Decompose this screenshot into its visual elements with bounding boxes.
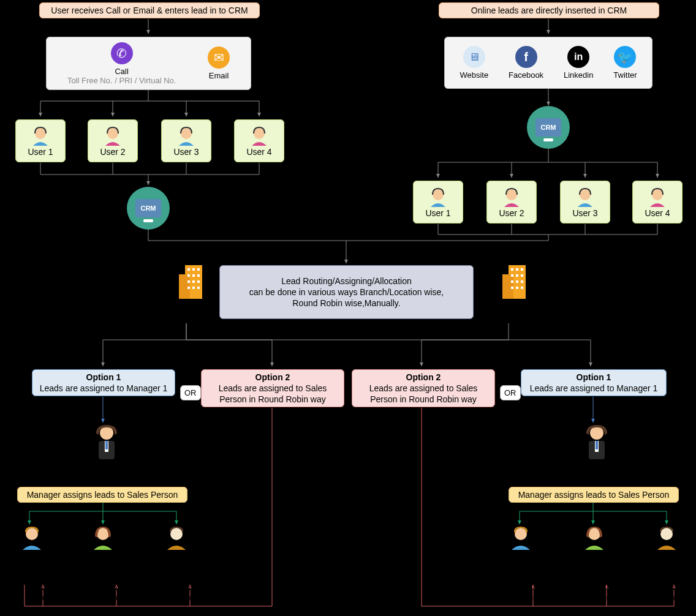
option2-b: Option 2 Leads are assigned to Sales Per… — [352, 369, 495, 407]
manager-icon — [91, 424, 122, 460]
phone-icon: ✆ — [111, 42, 133, 64]
user3-label: User 3 — [173, 147, 199, 157]
option2-text1-a: Leads are assigned to Sales — [219, 383, 327, 394]
option1-text-b: Leads are assigned to Manager 1 — [530, 383, 658, 394]
manager-b: Manager 1 — [578, 424, 616, 470]
header-right: Online leads are directly inserted in CR… — [439, 2, 659, 18]
agent-icon — [29, 125, 51, 147]
user2-label: User 2 — [100, 147, 125, 157]
sp2-label-a: Sales Person 2 — [76, 551, 130, 560]
svg-rect-73 — [187, 268, 190, 271]
svg-rect-77 — [192, 274, 195, 277]
svg-point-64 — [107, 128, 118, 139]
svg-rect-92 — [521, 274, 523, 277]
person-icon — [508, 525, 534, 551]
crm-right: CRM — [527, 106, 570, 149]
online-sources-box: 🖥 Website f Facebook in Linkedin 🐦 Twitt… — [444, 37, 652, 89]
agent-icon — [427, 186, 449, 208]
svg-rect-83 — [192, 287, 195, 289]
agent-icon — [574, 186, 596, 208]
svg-rect-80 — [192, 280, 195, 283]
email-icon: ✉ — [208, 47, 230, 69]
user3-label-r: User 3 — [572, 208, 597, 218]
manager-assigns-a: Manager assigns leads to Sales Person — [17, 487, 187, 503]
sp1-a: Sales Person 1 — [1, 525, 62, 560]
or-b: OR — [500, 385, 521, 400]
facebook-item: f Facebook — [509, 46, 543, 80]
svg-point-67 — [433, 189, 444, 200]
svg-point-109 — [170, 528, 183, 540]
option1-title-b: Option 1 — [577, 372, 611, 383]
svg-rect-90 — [511, 274, 513, 277]
user1-label: User 1 — [28, 147, 53, 157]
option2-text2-a: Person in Round Robin way — [219, 394, 326, 405]
routing-line1: Lead Routing/Assigning/Allocation — [281, 276, 411, 287]
routing-line2: can be done in various ways Branch/Locat… — [249, 287, 444, 298]
option2-text2-b: Person in Round Robin way — [370, 394, 477, 405]
leads-2-a: Lead 3Lead 4 — [104, 583, 129, 602]
sp1-label-b: Sales Person 1 — [494, 551, 548, 560]
svg-rect-89 — [521, 268, 523, 271]
option1-b: Option 1 Leads are assigned to Manager 1 — [521, 369, 667, 396]
user1-label-r: User 1 — [425, 208, 450, 218]
sp2-b: Sales Person 2 — [564, 525, 625, 560]
option2-text1-b: Leads are assigned to Sales — [369, 383, 478, 394]
website-icon: 🖥 — [463, 46, 485, 68]
user4-box-left: User 4 — [234, 119, 284, 162]
building-icon — [502, 262, 530, 299]
manager-icon — [581, 424, 612, 460]
manager-assigns-b: Manager assigns leads to Sales Person — [509, 487, 679, 503]
leads-3-b: Lead 5Lead 6 — [662, 583, 686, 602]
user4-box-right: User 4 — [632, 181, 683, 223]
svg-point-107 — [26, 528, 38, 540]
sp1-label-a: Sales Person 1 — [5, 551, 59, 560]
user4-label-r: User 4 — [645, 208, 670, 218]
svg-rect-96 — [511, 287, 513, 289]
svg-point-110 — [515, 528, 527, 540]
leads-1-b: Lead 1Lead 2 — [520, 583, 544, 602]
option2-title-b: Option 2 — [406, 372, 441, 383]
manager-a: Manager 1 — [88, 424, 126, 470]
sp3-b: Sales Person 3 — [637, 525, 696, 560]
sp3-label-b: Sales Person 3 — [640, 551, 694, 560]
svg-rect-94 — [516, 280, 518, 283]
branch-b: BRANCH B — [495, 262, 537, 310]
user3-box-left: User 3 — [161, 119, 211, 162]
person-icon — [90, 525, 116, 551]
twitter-item: 🐦 Twitter — [613, 46, 637, 80]
website-label: Website — [460, 70, 488, 80]
svg-rect-79 — [187, 280, 190, 283]
agent-icon — [175, 125, 197, 147]
email-item: ✉ Email — [208, 47, 230, 80]
option1-title-a: Option 1 — [86, 372, 121, 383]
routing-line3: Round Robin wise,Manually. — [292, 298, 400, 309]
svg-rect-98 — [521, 287, 523, 289]
sp3-a: Sales Person 3 — [146, 525, 207, 560]
agent-icon — [501, 186, 523, 208]
website-item: 🖥 Website — [460, 46, 488, 80]
twitter-label: Twitter — [613, 70, 637, 80]
linkedin-item: in Linkedin — [564, 46, 593, 80]
manager-label-a: Manager 1 — [88, 460, 126, 470]
call-sublabel: Toll Free No. / PRI / Virtual No. — [67, 76, 176, 85]
manager-label-b: Manager 1 — [578, 460, 616, 470]
agent-icon — [102, 125, 124, 147]
svg-rect-84 — [197, 287, 200, 289]
crm-label-right: CRM — [535, 118, 561, 137]
svg-point-65 — [181, 128, 192, 139]
svg-point-112 — [660, 528, 673, 540]
svg-point-69 — [580, 189, 591, 200]
sp1-b: Sales Person 1 — [490, 525, 551, 560]
person-icon — [19, 525, 45, 551]
person-icon — [164, 525, 189, 551]
svg-rect-81 — [197, 280, 200, 283]
option2-a: Option 2 Leads are assigned to Sales Per… — [201, 369, 344, 407]
svg-point-70 — [652, 189, 663, 200]
svg-rect-82 — [187, 287, 190, 289]
svg-rect-78 — [197, 274, 200, 277]
svg-rect-91 — [516, 274, 518, 277]
svg-point-68 — [506, 189, 517, 200]
option2-title-a: Option 2 — [255, 372, 290, 383]
person-icon — [581, 525, 607, 551]
routing-box: Lead Routing/Assigning/Allocation can be… — [219, 265, 474, 319]
